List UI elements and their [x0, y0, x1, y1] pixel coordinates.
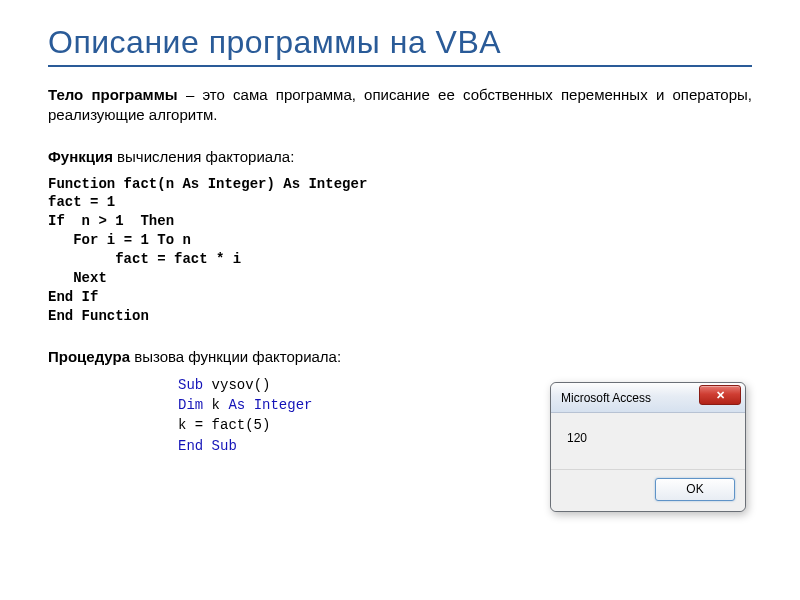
slide: Описание программы на VBA Тело программы… [0, 0, 800, 600]
intro-bold: Тело программы [48, 86, 178, 103]
ok-button[interactable]: OK [655, 478, 735, 501]
msgbox-dialog: Microsoft Access ✕ 120 OK [550, 382, 746, 512]
code-block-function: Function fact(n As Integer) As Integer f… [48, 175, 367, 326]
dialog-button-row: OK [551, 469, 745, 511]
sub2-bold: Процедура [48, 348, 130, 365]
subheading-procedure: Процедура вызова функции факториала: [48, 348, 752, 365]
dialog-title-text: Microsoft Access [561, 391, 651, 405]
sub1-rest: вычисления факториала: [113, 148, 294, 165]
page-title: Описание программы на VBA [48, 24, 752, 61]
dialog-body: 120 [551, 413, 745, 469]
dialog-message: 120 [567, 431, 587, 445]
sub1-bold: Функция [48, 148, 113, 165]
subheading-function: Функция вычисления факториала: [48, 148, 752, 165]
intro-paragraph: Тело программы – это сама программа, опи… [48, 85, 752, 126]
close-button[interactable]: ✕ [699, 385, 741, 405]
dialog-titlebar[interactable]: Microsoft Access ✕ [551, 383, 745, 413]
title-rule [48, 65, 752, 67]
sub2-rest: вызова функции факториала: [130, 348, 341, 365]
close-icon: ✕ [716, 389, 725, 402]
